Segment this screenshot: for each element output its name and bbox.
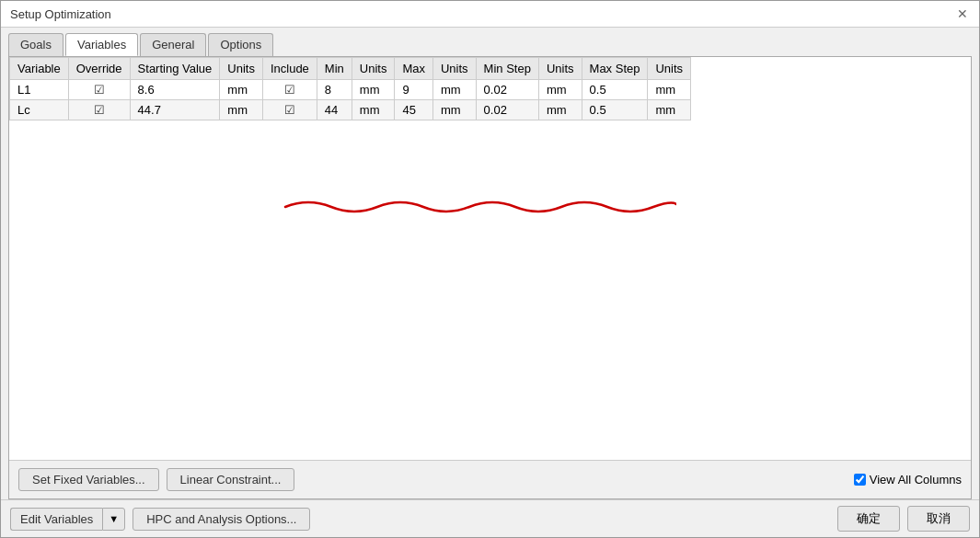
cell-units-maxstep-l1: mm — [648, 80, 691, 100]
cell-max-step-lc[interactable]: 0.5 — [582, 100, 648, 120]
col-header-units-sv: Units — [220, 58, 263, 80]
col-header-min: Min — [317, 58, 352, 80]
table-row: L1 ☑ 8.6 mm ☑ 8 mm 9 mm 0.02 — [10, 80, 691, 100]
confirm-button[interactable]: 确定 — [837, 506, 900, 532]
cell-units-min-lc: mm — [352, 100, 395, 120]
bottom-bar: Edit Variables ▼ HPC and Analysis Option… — [1, 499, 979, 537]
tab-options[interactable]: Options — [208, 33, 273, 56]
cancel-button[interactable]: 取消 — [907, 506, 970, 532]
edit-variables-split-button: Edit Variables ▼ — [10, 508, 125, 531]
cell-override-lc[interactable]: ☑ — [68, 100, 130, 120]
col-header-min-step: Min Step — [476, 58, 538, 80]
cell-units-sv-lc: mm — [220, 100, 263, 120]
cell-units-max-lc: mm — [432, 100, 476, 120]
view-all-columns-checkbox[interactable] — [854, 474, 866, 486]
override-checkbox-lc[interactable]: ☑ — [94, 103, 105, 117]
title-bar-left: Setup Optimization — [10, 7, 111, 21]
cell-max-lc[interactable]: 45 — [395, 100, 433, 120]
cell-min-lc[interactable]: 44 — [317, 100, 352, 120]
col-header-units-min: Units — [352, 58, 395, 80]
tab-goals[interactable]: Goals — [8, 33, 63, 56]
tab-variables[interactable]: Variables — [65, 33, 138, 56]
linear-constraint-button[interactable]: Linear Constraint... — [167, 468, 295, 491]
title-bar: Setup Optimization ✕ — [1, 1, 979, 28]
tabs-bar: Goals Variables General Options — [1, 28, 979, 56]
col-header-units-minstep: Units — [538, 58, 582, 80]
bottom-left-buttons: Edit Variables ▼ HPC and Analysis Option… — [10, 508, 310, 531]
cell-min-l1[interactable]: 8 — [317, 80, 352, 100]
cell-include-l1[interactable]: ☑ — [262, 80, 317, 100]
window-title: Setup Optimization — [10, 7, 111, 21]
col-header-max-step: Max Step — [582, 58, 648, 80]
include-checkbox-l1[interactable]: ☑ — [284, 83, 295, 97]
cell-units-min-l1: mm — [352, 80, 395, 100]
edit-variables-button[interactable]: Edit Variables — [10, 508, 102, 531]
cell-starting-value-lc[interactable]: 44.7 — [130, 100, 220, 120]
table-container: Variable Override Starting Value Units I… — [9, 57, 971, 460]
cell-starting-value-l1[interactable]: 8.6 — [130, 80, 220, 100]
cell-units-minstep-lc: mm — [538, 100, 582, 120]
col-header-variable: Variable — [10, 58, 69, 80]
cell-max-l1[interactable]: 9 — [395, 80, 433, 100]
hpc-analysis-options-button[interactable]: HPC and Analysis Options... — [133, 508, 310, 531]
footer-buttons: Set Fixed Variables... Linear Constraint… — [9, 460, 971, 498]
cell-min-step-l1[interactable]: 0.02 — [476, 80, 538, 100]
table-row: Lc ☑ 44.7 mm ☑ 44 mm 45 mm 0.02 — [10, 100, 691, 120]
cell-include-lc[interactable]: ☑ — [262, 100, 317, 120]
variables-table: Variable Override Starting Value Units I… — [9, 57, 691, 120]
col-header-override: Override — [68, 58, 130, 80]
col-header-units-maxstep: Units — [648, 58, 691, 80]
set-fixed-variables-button[interactable]: Set Fixed Variables... — [18, 468, 159, 491]
override-checkbox-l1[interactable]: ☑ — [94, 83, 105, 97]
setup-optimization-window: Setup Optimization ✕ Goals Variables Gen… — [0, 0, 980, 538]
view-all-columns-label[interactable]: View All Columns — [854, 473, 962, 486]
col-header-units-max: Units — [432, 58, 476, 80]
cell-variable-lc[interactable]: Lc — [10, 100, 69, 120]
tab-general[interactable]: General — [140, 33, 206, 56]
table-header-row: Variable Override Starting Value Units I… — [10, 58, 691, 80]
close-button[interactable]: ✕ — [955, 6, 970, 21]
cell-min-step-lc[interactable]: 0.02 — [476, 100, 538, 120]
cell-units-maxstep-lc: mm — [648, 100, 691, 120]
footer-left-buttons: Set Fixed Variables... Linear Constraint… — [18, 468, 294, 491]
include-checkbox-lc[interactable]: ☑ — [284, 103, 295, 117]
cell-override-l1[interactable]: ☑ — [68, 80, 130, 100]
squiggly-annotation — [281, 193, 676, 221]
cell-max-step-l1[interactable]: 0.5 — [582, 80, 648, 100]
col-header-include: Include — [262, 58, 317, 80]
cell-units-max-l1: mm — [432, 80, 476, 100]
cell-units-sv-l1: mm — [220, 80, 263, 100]
col-header-max: Max — [395, 58, 433, 80]
col-header-starting-value: Starting Value — [130, 58, 220, 80]
main-content: Variable Override Starting Value Units I… — [8, 56, 972, 499]
bottom-right-buttons: 确定 取消 — [837, 506, 970, 532]
cell-variable-l1[interactable]: L1 — [10, 80, 69, 100]
edit-variables-dropdown-button[interactable]: ▼ — [102, 508, 125, 531]
footer-right-options: View All Columns — [854, 473, 962, 486]
cell-units-minstep-l1: mm — [538, 80, 582, 100]
